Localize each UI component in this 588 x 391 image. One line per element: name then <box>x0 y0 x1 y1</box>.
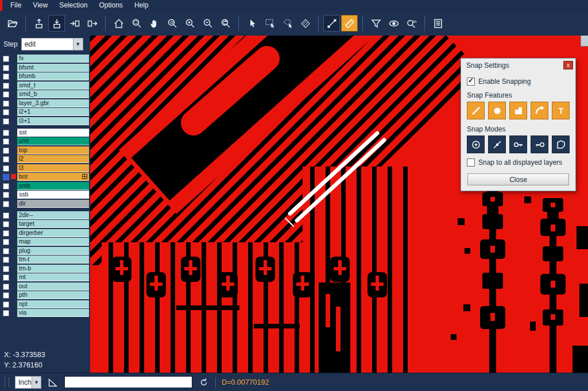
angle-tool-button[interactable] <box>47 377 59 388</box>
snap-contour-button[interactable] <box>552 136 570 153</box>
layer-visibility-checkbox[interactable] <box>3 109 9 115</box>
pan-button[interactable] <box>146 15 163 32</box>
snap-circle-button[interactable] <box>488 102 506 119</box>
layer-visibility-checkbox[interactable] <box>3 292 9 299</box>
zoom-out-button[interactable] <box>199 15 216 32</box>
layer-item[interactable]: tm-b <box>17 265 89 273</box>
home-view-button[interactable] <box>110 15 127 32</box>
layer-visibility-checkbox[interactable] <box>3 257 9 263</box>
layer-item[interactable]: via <box>17 309 89 317</box>
measure-ruler-button[interactable] <box>341 15 358 32</box>
view-options-button[interactable] <box>385 15 402 32</box>
snap-key-right-button[interactable] <box>531 136 548 153</box>
menu-file[interactable]: File <box>5 0 27 11</box>
layer-item[interactable]: target <box>17 220 89 228</box>
layer-item[interactable]: smb <box>17 182 89 190</box>
snap-all-layers-checkbox[interactable] <box>467 158 475 167</box>
snap-line-button[interactable] <box>467 102 485 119</box>
layer-item[interactable]: plug <box>17 247 89 255</box>
export-right-button[interactable] <box>84 15 100 32</box>
layer-item[interactable]: sst <box>17 129 89 137</box>
layer-item[interactable]: l3 <box>17 164 89 172</box>
layer-visibility-checkbox[interactable] <box>3 165 9 172</box>
command-input[interactable] <box>64 376 192 388</box>
layer-visibility-checkbox[interactable] <box>3 248 9 254</box>
layer-item[interactable]: bot <box>17 173 89 181</box>
layer-item[interactable]: l2 <box>17 155 89 163</box>
menu-options[interactable]: Options <box>94 0 129 11</box>
dialog-close-button[interactable]: x <box>563 61 573 69</box>
layer-item[interactable]: top <box>17 146 89 154</box>
report-button[interactable] <box>430 15 446 32</box>
layer-item[interactable]: smd_b <box>17 90 89 98</box>
layer-item[interactable]: smd_t <box>17 82 89 90</box>
layer-visibility-checkbox[interactable] <box>3 83 9 89</box>
snap-key-left-button[interactable] <box>509 136 527 153</box>
layer-visibility-checkbox[interactable] <box>3 156 9 162</box>
layer-visibility-checkbox[interactable] <box>3 266 9 272</box>
layer-item[interactable]: bfsmb <box>17 72 89 80</box>
menu-view[interactable]: View <box>27 0 53 11</box>
snap-on-line-button[interactable] <box>488 136 506 153</box>
zoom-window-button[interactable] <box>128 15 145 32</box>
layer-item[interactable]: fx <box>17 55 89 63</box>
layer-visibility-checkbox[interactable] <box>3 310 9 316</box>
layer-visibility-checkbox[interactable] <box>3 301 9 308</box>
layer-visibility-checkbox[interactable] <box>3 65 9 71</box>
layer-item[interactable]: layer_3.gbr <box>17 99 89 107</box>
layer-visibility-checkbox[interactable] <box>3 138 9 145</box>
layer-item[interactable]: dirgerber <box>17 229 89 237</box>
layer-visibility-checkbox[interactable] <box>3 174 9 180</box>
layer-visibility-checkbox[interactable] <box>3 221 9 227</box>
layer-visibility-checkbox[interactable] <box>3 284 9 290</box>
export-up-button[interactable] <box>30 15 47 32</box>
refresh-button[interactable] <box>198 377 210 388</box>
layer-item[interactable]: l3+1 <box>17 117 89 125</box>
layer-visibility-checkbox[interactable] <box>3 192 9 198</box>
close-button[interactable]: Close <box>467 173 569 185</box>
zoom-polygon-button[interactable] <box>164 15 180 32</box>
find-text-button[interactable]: in <box>403 15 420 32</box>
select-arrow-button[interactable] <box>243 15 260 32</box>
layer-visibility-checkbox[interactable] <box>3 239 9 245</box>
layer-visibility-checkbox[interactable] <box>3 130 9 136</box>
snap-pad-button[interactable] <box>509 102 527 119</box>
import-down-button[interactable] <box>48 15 65 32</box>
layer-item[interactable]: out <box>17 282 89 291</box>
enable-snapping-checkbox[interactable] <box>467 78 475 86</box>
layer-item[interactable]: pth <box>17 291 89 299</box>
layer-visibility-checkbox[interactable] <box>3 201 9 207</box>
zoom-in-button[interactable] <box>181 15 198 32</box>
snap-center-button[interactable] <box>467 136 485 153</box>
layer-item[interactable]: mt <box>17 273 89 281</box>
layer-visibility-checkbox[interactable] <box>3 274 9 281</box>
open-file-button[interactable] <box>4 15 21 32</box>
draw-line-button[interactable] <box>323 15 340 32</box>
layer-visibility-checkbox[interactable] <box>3 100 9 107</box>
unit-dropdown[interactable]: Inch ▼ <box>15 376 41 389</box>
zoom-reset-button[interactable] <box>217 15 234 32</box>
layer-visibility-checkbox[interactable] <box>3 183 9 189</box>
select-window-button[interactable] <box>261 15 278 32</box>
layer-item[interactable]: tm-t <box>17 255 89 264</box>
layer-item[interactable]: ssb <box>17 191 89 199</box>
select-hatch-button[interactable] <box>297 15 314 32</box>
layer-visibility-checkbox[interactable] <box>3 148 9 154</box>
import-left-button[interactable] <box>66 15 83 32</box>
layer-item[interactable]: map <box>17 238 89 246</box>
layer-visibility-checkbox[interactable] <box>3 56 9 62</box>
filter-button[interactable] <box>368 15 384 32</box>
scroll-corner-widget[interactable] <box>581 36 588 47</box>
layer-item[interactable]: l2+1 <box>17 108 89 116</box>
layer-visibility-checkbox[interactable] <box>3 73 9 80</box>
layer-visibility-checkbox[interactable] <box>3 212 9 219</box>
layer-item[interactable]: npt <box>17 300 89 308</box>
layer-item[interactable]: smt <box>17 137 89 145</box>
step-dropdown[interactable]: edit ▼ <box>21 38 83 51</box>
layer-visibility-checkbox[interactable] <box>3 230 9 237</box>
select-polygon-button[interactable] <box>279 15 296 32</box>
layer-visibility-checkbox[interactable] <box>3 91 9 98</box>
resize-grip[interactable] <box>5 377 9 388</box>
snap-arc-button[interactable] <box>531 102 548 119</box>
layer-item[interactable]: dir <box>17 200 89 208</box>
